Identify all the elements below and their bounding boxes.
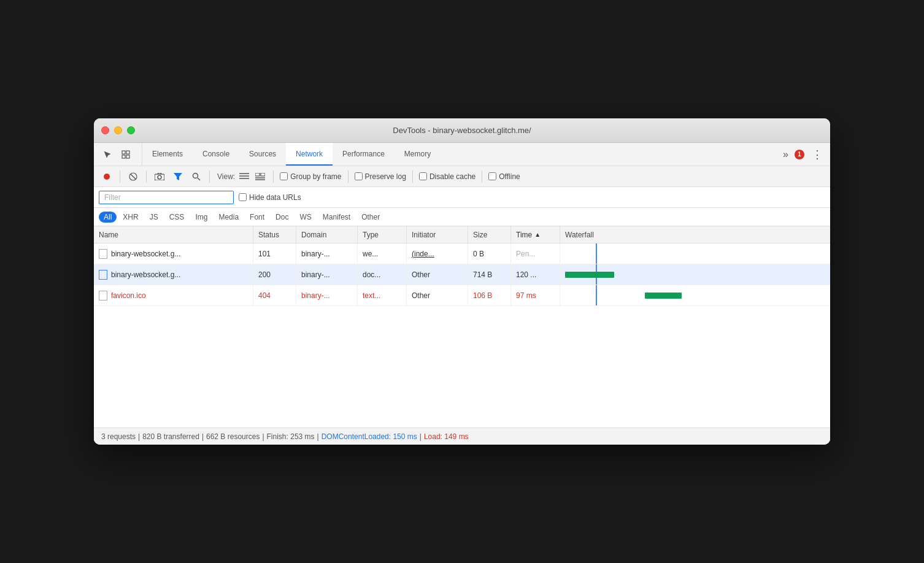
- toolbar-divider-3: [412, 170, 413, 183]
- type-filter-img[interactable]: Img: [190, 212, 212, 223]
- td-domain-1: binary-...: [296, 243, 358, 264]
- type-filter-ws[interactable]: WS: [295, 212, 316, 223]
- table-row[interactable]: favicon.ico 404 binary-... text... Other: [94, 285, 830, 306]
- cursor-icon[interactable]: [99, 146, 116, 163]
- load-time[interactable]: Load: 149 ms: [424, 432, 469, 441]
- minimize-button[interactable]: [114, 126, 122, 134]
- type-filter-all[interactable]: All: [99, 212, 117, 223]
- th-waterfall[interactable]: Waterfall: [560, 226, 830, 243]
- tab-performance[interactable]: Performance: [333, 143, 395, 166]
- devtools-menu-button[interactable]: ⋮: [809, 148, 825, 161]
- clear-button[interactable]: [125, 169, 141, 185]
- network-toolbar: View: Group by frame: [94, 166, 830, 187]
- td-size-1: 0 B: [468, 243, 511, 264]
- tab-network[interactable]: Network: [286, 143, 333, 166]
- dom-content-loaded[interactable]: DOMContentLoaded: 150 ms: [321, 432, 417, 441]
- tab-console[interactable]: Console: [193, 143, 239, 166]
- svg-line-6: [131, 174, 136, 179]
- tab-bar-right: » 1 ⋮: [774, 143, 830, 166]
- svg-rect-15: [261, 173, 265, 176]
- th-name[interactable]: Name: [94, 226, 253, 243]
- svg-rect-0: [122, 151, 125, 154]
- inspect-icon[interactable]: [117, 146, 134, 163]
- toolbar-divider-2: [348, 170, 348, 183]
- type-filter-other[interactable]: Other: [356, 212, 385, 223]
- td-time-3: 97 ms: [511, 285, 560, 305]
- preserve-log-label[interactable]: Preserve log: [355, 172, 406, 181]
- hide-data-urls-checkbox[interactable]: [239, 193, 247, 201]
- table-header: Name Status Domain Type Initiator Size: [94, 226, 830, 243]
- td-time-1: Pen...: [511, 243, 560, 264]
- screenshot-button[interactable]: [152, 169, 167, 185]
- tab-elements[interactable]: Elements: [142, 143, 193, 166]
- type-filter-js[interactable]: JS: [145, 212, 163, 223]
- tab-memory[interactable]: Memory: [395, 143, 441, 166]
- type-filter-font[interactable]: Font: [245, 212, 269, 223]
- tab-sources[interactable]: Sources: [239, 143, 286, 166]
- offline-label[interactable]: Offline: [488, 172, 520, 181]
- waterfall-cell-3: [565, 285, 825, 305]
- file-icon-1: [99, 249, 107, 259]
- td-name-1: binary-websocket.g...: [94, 243, 253, 264]
- resources-size: 662 B resources: [206, 432, 260, 441]
- th-domain[interactable]: Domain: [296, 226, 358, 243]
- filter-button[interactable]: [170, 169, 186, 185]
- td-time-2: 120 ...: [511, 264, 560, 285]
- table-row[interactable]: binary-websocket.g... 200 binary-... doc…: [94, 264, 830, 285]
- type-filter-doc[interactable]: Doc: [271, 212, 293, 223]
- type-filter-xhr[interactable]: XHR: [118, 212, 143, 223]
- group-by-frame-checkbox[interactable]: [280, 172, 288, 180]
- th-status[interactable]: Status: [253, 226, 296, 243]
- view-group-button[interactable]: [253, 170, 267, 183]
- td-initiator-3: Other: [407, 285, 468, 305]
- td-status-2: 200: [253, 264, 296, 285]
- toolbar-separator-2: [146, 170, 147, 183]
- type-filters: All XHR JS CSS Img Media Font Doc WS Man…: [94, 208, 830, 226]
- view-list-button[interactable]: [237, 170, 251, 183]
- requests-count: 3 requests: [101, 432, 136, 441]
- table-row[interactable]: binary-websocket.g... 101 binary-... we.…: [94, 243, 830, 264]
- td-domain-3: binary-...: [296, 285, 358, 305]
- waterfall-bar-2: [565, 272, 614, 278]
- filter-bar: Hide data URLs: [94, 187, 830, 208]
- search-button[interactable]: [188, 169, 204, 185]
- th-size[interactable]: Size: [468, 226, 511, 243]
- th-type[interactable]: Type: [358, 226, 407, 243]
- td-initiator-1: (inde...: [407, 243, 468, 264]
- more-tabs-button[interactable]: »: [779, 147, 792, 163]
- th-time[interactable]: Time ▲: [511, 226, 560, 243]
- th-initiator[interactable]: Initiator: [407, 226, 468, 243]
- td-waterfall-2: [560, 264, 830, 285]
- hide-data-urls-label[interactable]: Hide data URLs: [239, 193, 301, 202]
- svg-line-10: [198, 178, 200, 180]
- preserve-log-checkbox[interactable]: [355, 172, 363, 180]
- svg-point-9: [193, 173, 198, 178]
- group-by-frame-label[interactable]: Group by frame: [280, 172, 341, 181]
- waterfall-line: [596, 243, 597, 264]
- svg-rect-14: [255, 173, 260, 176]
- transferred-size: 820 B transferred: [142, 432, 199, 441]
- type-filter-css[interactable]: CSS: [164, 212, 190, 223]
- svg-rect-1: [126, 151, 129, 154]
- error-count: 1: [795, 150, 804, 159]
- td-initiator-2: Other: [407, 264, 468, 285]
- type-filter-manifest[interactable]: Manifest: [318, 212, 355, 223]
- toolbar-separator-3: [209, 170, 210, 183]
- disable-cache-label[interactable]: Disable cache: [419, 172, 475, 181]
- sort-arrow: ▲: [534, 231, 541, 238]
- maximize-button[interactable]: [127, 126, 135, 134]
- td-name-2: binary-websocket.g...: [94, 264, 253, 285]
- disable-cache-checkbox[interactable]: [419, 172, 427, 180]
- record-button[interactable]: [99, 169, 115, 185]
- devtools-body: Elements Console Sources Network Perform…: [94, 143, 830, 445]
- close-button[interactable]: [101, 126, 109, 134]
- devtools-window: DevTools - binary-websocket.glitch.me/: [94, 118, 830, 445]
- file-icon-2: [99, 270, 107, 280]
- waterfall-cell-2: [565, 264, 825, 285]
- td-type-3: text...: [358, 285, 407, 305]
- td-name-3: favicon.ico: [94, 285, 253, 305]
- svg-point-4: [104, 174, 110, 180]
- type-filter-media[interactable]: Media: [214, 212, 244, 223]
- offline-checkbox[interactable]: [488, 172, 496, 180]
- filter-input[interactable]: [99, 191, 234, 204]
